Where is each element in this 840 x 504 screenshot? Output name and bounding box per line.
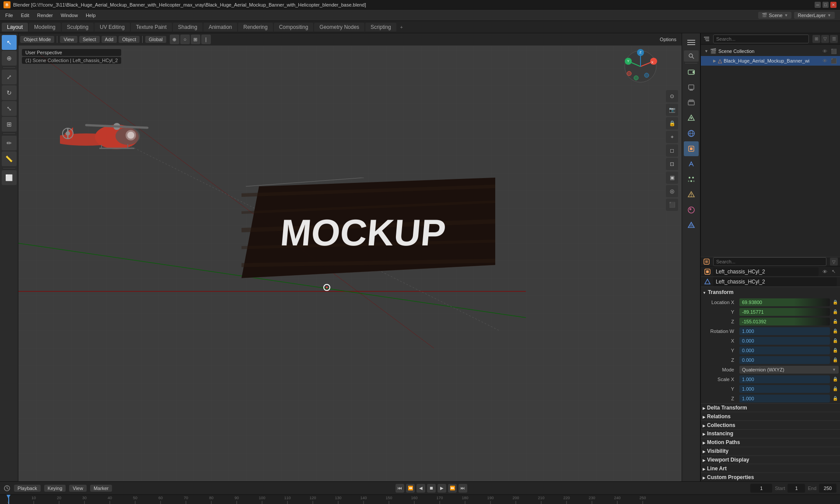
location-z-lock[interactable]: 🔒 xyxy=(832,318,839,325)
viewport-view-menu[interactable]: View xyxy=(60,36,77,43)
proportional-edit-button[interactable]: ○ xyxy=(180,35,190,44)
banner-object[interactable]: MOCKUP xyxy=(242,178,495,278)
rotation-w-value[interactable]: 1.000 xyxy=(739,327,830,335)
tab-scripting[interactable]: Scripting xyxy=(365,23,396,32)
viewport-options-button[interactable]: Options xyxy=(656,37,680,42)
viewport-extra-1[interactable]: ⊞ xyxy=(191,35,200,44)
add-workspace-button[interactable]: + xyxy=(397,23,406,32)
scene-collection-eye[interactable]: 👁 xyxy=(822,49,827,54)
scale-y-lock[interactable]: 🔒 xyxy=(832,385,839,392)
viewport-material[interactable]: ◎ xyxy=(666,185,678,197)
close-button[interactable]: ✕ xyxy=(830,2,836,8)
collections-header[interactable]: Collections xyxy=(701,420,840,429)
object-properties-icon[interactable] xyxy=(684,141,699,156)
playback-menu[interactable]: Playback xyxy=(14,485,41,492)
rotation-y-value[interactable]: 0.000 xyxy=(739,346,830,354)
rotation-mode-select[interactable]: Quaternion (WXYZ) ▼ xyxy=(739,366,839,374)
filter-btn-3[interactable]: ☰ xyxy=(830,35,838,43)
viewport-mode-button[interactable]: Object Mode xyxy=(20,36,54,43)
outliner-search[interactable] xyxy=(713,35,809,43)
viewport-global-button[interactable]: Global xyxy=(145,36,166,43)
timeline-marker-menu[interactable]: Marker xyxy=(90,485,112,492)
scene-collection-item[interactable]: ▼ 🎬 Scene Collection 👁 ⬛ xyxy=(701,46,840,56)
viewport-object-menu[interactable]: Object xyxy=(119,36,140,43)
filter-btn-2[interactable]: ▽ xyxy=(821,35,829,43)
object-eye-toggle[interactable]: 👁 xyxy=(821,268,828,275)
location-x-value[interactable]: 69.93800 xyxy=(739,298,830,306)
object-select-toggle[interactable]: ↖ xyxy=(830,268,837,275)
move-tool-button[interactable]: ⤢ xyxy=(2,70,17,84)
object-render[interactable]: ⬛ xyxy=(831,58,837,64)
properties-menu-icon[interactable] xyxy=(684,35,699,50)
scale-x-value[interactable]: 1.000 xyxy=(739,375,830,383)
scale-x-lock[interactable]: 🔒 xyxy=(832,376,839,383)
viewport-overlay[interactable]: ⊡ xyxy=(666,158,678,170)
rotation-x-lock[interactable]: 🔒 xyxy=(832,337,839,344)
scale-tool-button[interactable]: ⤡ xyxy=(2,101,17,116)
visibility-header[interactable]: Visibility xyxy=(701,447,840,455)
tab-sculpting[interactable]: Sculpting xyxy=(62,23,94,32)
relations-header[interactable]: Relations xyxy=(701,412,840,420)
rotation-z-value[interactable]: 0.000 xyxy=(739,356,830,364)
location-y-lock[interactable]: 🔒 xyxy=(832,308,839,315)
scale-z-lock[interactable]: 🔒 xyxy=(832,395,839,402)
viewport-rendered[interactable]: ⬛ xyxy=(666,199,678,211)
end-frame-input[interactable] xyxy=(819,484,836,493)
scene-selector[interactable]: 🎬 Scene ▼ xyxy=(758,12,791,19)
scale-z-value[interactable]: 1.000 xyxy=(739,395,830,402)
rotation-z-lock[interactable]: 🔒 xyxy=(832,357,839,364)
minimize-button[interactable]: ─ xyxy=(815,2,821,8)
current-frame-input[interactable] xyxy=(750,484,772,493)
viewport-add-menu[interactable]: Add xyxy=(102,36,117,43)
start-frame-input[interactable] xyxy=(788,484,805,493)
jump-prev-keyframe[interactable]: ⏪ xyxy=(406,484,415,493)
world-properties-icon[interactable] xyxy=(684,126,699,141)
rotation-x-value[interactable]: 0.000 xyxy=(739,337,830,345)
material-properties-icon[interactable] xyxy=(684,203,699,217)
physics-properties-icon[interactable] xyxy=(684,187,699,202)
tab-layout[interactable]: Layout xyxy=(2,23,28,32)
filter-btn-1[interactable]: ⊞ xyxy=(812,35,820,43)
tab-modeling[interactable]: Modeling xyxy=(29,23,61,32)
rotation-y-lock[interactable]: 🔒 xyxy=(832,347,839,354)
menu-help[interactable]: Help xyxy=(82,12,99,19)
keying-menu[interactable]: Keying xyxy=(44,485,66,492)
rotation-w-lock[interactable]: 🔒 xyxy=(832,328,839,335)
object-name-input[interactable] xyxy=(713,267,819,276)
viewport-display-mode[interactable]: ◻ xyxy=(666,144,678,157)
timeline-view-menu[interactable]: View xyxy=(69,485,87,492)
transform-tool-button[interactable]: ⊞ xyxy=(2,117,17,132)
cursor-tool-button[interactable]: ⊕ xyxy=(2,51,17,66)
snap-button[interactable]: ⊕ xyxy=(170,35,179,44)
tab-uv-editing[interactable]: UV Editing xyxy=(94,23,130,32)
viewport-display-header[interactable]: Viewport Display xyxy=(701,455,840,464)
scale-y-value[interactable]: 1.000 xyxy=(739,385,830,393)
custom-properties-header[interactable]: Custom Properties xyxy=(701,472,840,481)
tab-geometry-nodes[interactable]: Geometry Nodes xyxy=(314,23,364,32)
viewport-xray[interactable]: ▣ xyxy=(666,172,678,184)
viewport-camera[interactable]: 📷 xyxy=(666,104,678,116)
viewport-nav-gizmo[interactable]: X Y Z xyxy=(623,49,658,85)
stop-button[interactable]: ⏹ xyxy=(427,484,436,493)
viewport-select-menu[interactable]: Select xyxy=(79,36,100,43)
particle-properties-icon[interactable] xyxy=(684,172,699,187)
transform-header[interactable]: Transform xyxy=(701,287,840,298)
play-forward[interactable]: ▶ xyxy=(438,484,446,493)
viewport-pivot[interactable]: ⌖ xyxy=(666,131,678,143)
viewlayer-properties-icon[interactable] xyxy=(684,95,699,110)
menu-edit[interactable]: Edit xyxy=(18,12,33,19)
annotate-tool-button[interactable]: ✏ xyxy=(2,136,17,150)
viewport-lock[interactable]: 🔒 xyxy=(666,117,678,130)
select-tool-button[interactable]: ↖ xyxy=(2,35,17,50)
delta-transform-header[interactable]: Delta Transform xyxy=(701,403,840,412)
timeline-ruler[interactable]: 1 10 20 30 40 50 60 70 80 90 100 110 xyxy=(0,494,840,504)
location-x-lock[interactable]: 🔒 xyxy=(832,299,839,306)
tab-shading[interactable]: Shading xyxy=(173,23,203,32)
viewport-extra-2[interactable]: ∣ xyxy=(201,35,211,44)
rotate-tool-button[interactable]: ↻ xyxy=(2,85,17,100)
line-art-header[interactable]: Line Art xyxy=(701,464,840,472)
viewport-zoom-fit[interactable]: ⊙ xyxy=(666,90,678,102)
properties-search[interactable] xyxy=(684,50,699,62)
tab-rendering[interactable]: Rendering xyxy=(238,23,273,32)
menu-window[interactable]: Window xyxy=(57,12,81,19)
